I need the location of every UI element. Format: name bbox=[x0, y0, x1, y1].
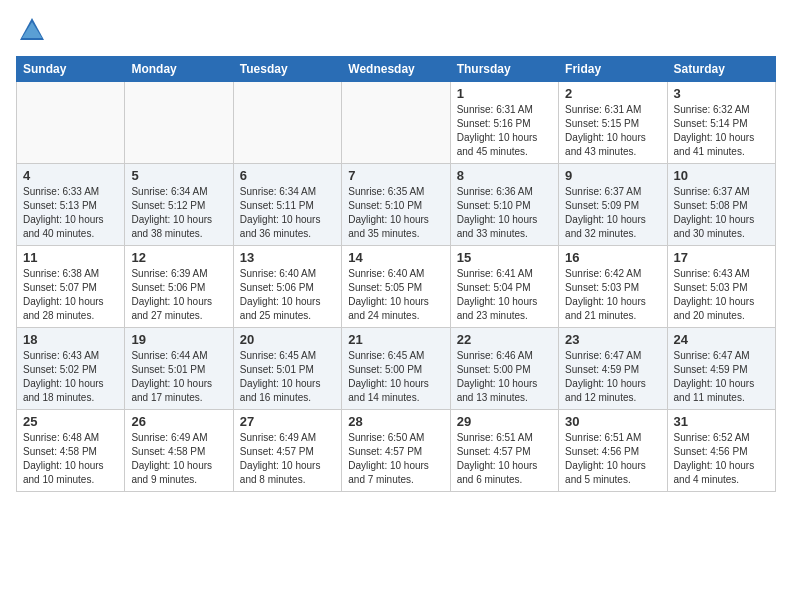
calendar-cell bbox=[17, 82, 125, 164]
calendar-cell: 7Sunrise: 6:35 AM Sunset: 5:10 PM Daylig… bbox=[342, 164, 450, 246]
day-number: 18 bbox=[23, 332, 118, 347]
day-number: 23 bbox=[565, 332, 660, 347]
day-number: 24 bbox=[674, 332, 769, 347]
week-row-1: 4Sunrise: 6:33 AM Sunset: 5:13 PM Daylig… bbox=[17, 164, 776, 246]
header-row: SundayMondayTuesdayWednesdayThursdayFrid… bbox=[17, 57, 776, 82]
calendar-cell bbox=[342, 82, 450, 164]
calendar-cell: 8Sunrise: 6:36 AM Sunset: 5:10 PM Daylig… bbox=[450, 164, 558, 246]
day-number: 15 bbox=[457, 250, 552, 265]
day-info: Sunrise: 6:50 AM Sunset: 4:57 PM Dayligh… bbox=[348, 431, 443, 487]
day-info: Sunrise: 6:45 AM Sunset: 5:01 PM Dayligh… bbox=[240, 349, 335, 405]
day-info: Sunrise: 6:37 AM Sunset: 5:09 PM Dayligh… bbox=[565, 185, 660, 241]
day-number: 31 bbox=[674, 414, 769, 429]
day-number: 27 bbox=[240, 414, 335, 429]
calendar-cell: 24Sunrise: 6:47 AM Sunset: 4:59 PM Dayli… bbox=[667, 328, 775, 410]
day-number: 14 bbox=[348, 250, 443, 265]
header-saturday: Saturday bbox=[667, 57, 775, 82]
calendar-cell: 18Sunrise: 6:43 AM Sunset: 5:02 PM Dayli… bbox=[17, 328, 125, 410]
day-number: 6 bbox=[240, 168, 335, 183]
calendar-cell: 31Sunrise: 6:52 AM Sunset: 4:56 PM Dayli… bbox=[667, 410, 775, 492]
day-number: 3 bbox=[674, 86, 769, 101]
day-info: Sunrise: 6:43 AM Sunset: 5:03 PM Dayligh… bbox=[674, 267, 769, 323]
day-info: Sunrise: 6:42 AM Sunset: 5:03 PM Dayligh… bbox=[565, 267, 660, 323]
calendar-cell: 17Sunrise: 6:43 AM Sunset: 5:03 PM Dayli… bbox=[667, 246, 775, 328]
calendar-cell bbox=[125, 82, 233, 164]
calendar-cell: 1Sunrise: 6:31 AM Sunset: 5:16 PM Daylig… bbox=[450, 82, 558, 164]
calendar-cell: 19Sunrise: 6:44 AM Sunset: 5:01 PM Dayli… bbox=[125, 328, 233, 410]
svg-marker-1 bbox=[22, 22, 42, 38]
day-info: Sunrise: 6:31 AM Sunset: 5:15 PM Dayligh… bbox=[565, 103, 660, 159]
calendar-cell: 13Sunrise: 6:40 AM Sunset: 5:06 PM Dayli… bbox=[233, 246, 341, 328]
week-row-0: 1Sunrise: 6:31 AM Sunset: 5:16 PM Daylig… bbox=[17, 82, 776, 164]
day-info: Sunrise: 6:40 AM Sunset: 5:05 PM Dayligh… bbox=[348, 267, 443, 323]
day-info: Sunrise: 6:47 AM Sunset: 4:59 PM Dayligh… bbox=[565, 349, 660, 405]
header-sunday: Sunday bbox=[17, 57, 125, 82]
day-number: 8 bbox=[457, 168, 552, 183]
day-info: Sunrise: 6:32 AM Sunset: 5:14 PM Dayligh… bbox=[674, 103, 769, 159]
calendar-cell: 21Sunrise: 6:45 AM Sunset: 5:00 PM Dayli… bbox=[342, 328, 450, 410]
day-number: 16 bbox=[565, 250, 660, 265]
day-info: Sunrise: 6:31 AM Sunset: 5:16 PM Dayligh… bbox=[457, 103, 552, 159]
day-number: 25 bbox=[23, 414, 118, 429]
day-info: Sunrise: 6:33 AM Sunset: 5:13 PM Dayligh… bbox=[23, 185, 118, 241]
day-number: 4 bbox=[23, 168, 118, 183]
day-number: 19 bbox=[131, 332, 226, 347]
day-info: Sunrise: 6:49 AM Sunset: 4:57 PM Dayligh… bbox=[240, 431, 335, 487]
header-friday: Friday bbox=[559, 57, 667, 82]
week-row-4: 25Sunrise: 6:48 AM Sunset: 4:58 PM Dayli… bbox=[17, 410, 776, 492]
day-info: Sunrise: 6:39 AM Sunset: 5:06 PM Dayligh… bbox=[131, 267, 226, 323]
calendar-cell: 22Sunrise: 6:46 AM Sunset: 5:00 PM Dayli… bbox=[450, 328, 558, 410]
calendar-cell: 2Sunrise: 6:31 AM Sunset: 5:15 PM Daylig… bbox=[559, 82, 667, 164]
calendar-cell: 26Sunrise: 6:49 AM Sunset: 4:58 PM Dayli… bbox=[125, 410, 233, 492]
calendar-cell: 6Sunrise: 6:34 AM Sunset: 5:11 PM Daylig… bbox=[233, 164, 341, 246]
day-info: Sunrise: 6:46 AM Sunset: 5:00 PM Dayligh… bbox=[457, 349, 552, 405]
page-header bbox=[16, 16, 776, 48]
calendar-cell: 14Sunrise: 6:40 AM Sunset: 5:05 PM Dayli… bbox=[342, 246, 450, 328]
day-number: 22 bbox=[457, 332, 552, 347]
day-number: 2 bbox=[565, 86, 660, 101]
day-number: 29 bbox=[457, 414, 552, 429]
day-info: Sunrise: 6:44 AM Sunset: 5:01 PM Dayligh… bbox=[131, 349, 226, 405]
calendar-cell: 20Sunrise: 6:45 AM Sunset: 5:01 PM Dayli… bbox=[233, 328, 341, 410]
day-number: 9 bbox=[565, 168, 660, 183]
header-wednesday: Wednesday bbox=[342, 57, 450, 82]
calendar-cell bbox=[233, 82, 341, 164]
day-number: 30 bbox=[565, 414, 660, 429]
calendar-cell: 30Sunrise: 6:51 AM Sunset: 4:56 PM Dayli… bbox=[559, 410, 667, 492]
week-row-3: 18Sunrise: 6:43 AM Sunset: 5:02 PM Dayli… bbox=[17, 328, 776, 410]
day-number: 11 bbox=[23, 250, 118, 265]
calendar-cell: 11Sunrise: 6:38 AM Sunset: 5:07 PM Dayli… bbox=[17, 246, 125, 328]
day-info: Sunrise: 6:48 AM Sunset: 4:58 PM Dayligh… bbox=[23, 431, 118, 487]
calendar-cell: 9Sunrise: 6:37 AM Sunset: 5:09 PM Daylig… bbox=[559, 164, 667, 246]
day-info: Sunrise: 6:41 AM Sunset: 5:04 PM Dayligh… bbox=[457, 267, 552, 323]
calendar-cell: 16Sunrise: 6:42 AM Sunset: 5:03 PM Dayli… bbox=[559, 246, 667, 328]
day-number: 10 bbox=[674, 168, 769, 183]
day-info: Sunrise: 6:47 AM Sunset: 4:59 PM Dayligh… bbox=[674, 349, 769, 405]
calendar-cell: 3Sunrise: 6:32 AM Sunset: 5:14 PM Daylig… bbox=[667, 82, 775, 164]
day-info: Sunrise: 6:34 AM Sunset: 5:12 PM Dayligh… bbox=[131, 185, 226, 241]
day-info: Sunrise: 6:49 AM Sunset: 4:58 PM Dayligh… bbox=[131, 431, 226, 487]
day-number: 20 bbox=[240, 332, 335, 347]
day-number: 17 bbox=[674, 250, 769, 265]
calendar-cell: 12Sunrise: 6:39 AM Sunset: 5:06 PM Dayli… bbox=[125, 246, 233, 328]
day-number: 5 bbox=[131, 168, 226, 183]
day-number: 1 bbox=[457, 86, 552, 101]
day-info: Sunrise: 6:40 AM Sunset: 5:06 PM Dayligh… bbox=[240, 267, 335, 323]
day-info: Sunrise: 6:51 AM Sunset: 4:56 PM Dayligh… bbox=[565, 431, 660, 487]
header-monday: Monday bbox=[125, 57, 233, 82]
day-number: 21 bbox=[348, 332, 443, 347]
calendar-cell: 29Sunrise: 6:51 AM Sunset: 4:57 PM Dayli… bbox=[450, 410, 558, 492]
day-number: 7 bbox=[348, 168, 443, 183]
day-info: Sunrise: 6:37 AM Sunset: 5:08 PM Dayligh… bbox=[674, 185, 769, 241]
header-thursday: Thursday bbox=[450, 57, 558, 82]
day-info: Sunrise: 6:43 AM Sunset: 5:02 PM Dayligh… bbox=[23, 349, 118, 405]
calendar-cell: 4Sunrise: 6:33 AM Sunset: 5:13 PM Daylig… bbox=[17, 164, 125, 246]
calendar-cell: 5Sunrise: 6:34 AM Sunset: 5:12 PM Daylig… bbox=[125, 164, 233, 246]
day-info: Sunrise: 6:45 AM Sunset: 5:00 PM Dayligh… bbox=[348, 349, 443, 405]
day-number: 13 bbox=[240, 250, 335, 265]
logo-icon bbox=[18, 16, 46, 48]
calendar-table: SundayMondayTuesdayWednesdayThursdayFrid… bbox=[16, 56, 776, 492]
header-tuesday: Tuesday bbox=[233, 57, 341, 82]
day-number: 26 bbox=[131, 414, 226, 429]
day-number: 12 bbox=[131, 250, 226, 265]
